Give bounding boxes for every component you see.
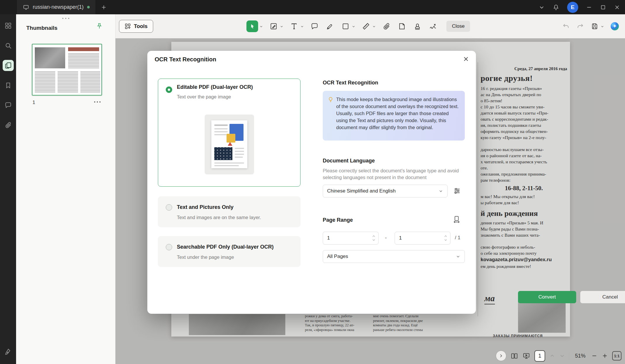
search-icon[interactable]	[3, 40, 14, 51]
convert-button[interactable]: Convert	[518, 291, 576, 303]
new-tab-button[interactable]	[101, 4, 107, 11]
undo-button[interactable]	[561, 22, 571, 31]
stamp-tool-button[interactable]	[412, 21, 422, 31]
sticker-tool-button[interactable]	[397, 21, 407, 31]
text-tool-button[interactable]	[289, 21, 299, 31]
document-tab[interactable]: russian-newspaper(1)	[17, 0, 96, 14]
bookmark-icon[interactable]	[3, 80, 14, 91]
range-from-increment[interactable]	[372, 235, 375, 238]
pin-icon[interactable]	[96, 22, 103, 30]
ai-assistant-button[interactable]	[609, 21, 620, 32]
pen-nib-icon[interactable]	[3, 346, 14, 358]
redo-button[interactable]	[576, 22, 585, 31]
option-editable-pdf[interactable]: Editable PDF (Dual-layer OCR) Text over …	[158, 79, 301, 187]
presentation-button[interactable]	[522, 352, 530, 360]
chevron-down-icon	[456, 254, 460, 259]
lightbulb-icon	[327, 96, 334, 103]
toolbar: Tools	[115, 14, 625, 38]
info-box: This mode keeps the background image and…	[323, 91, 465, 141]
range-from-input[interactable]: 1	[323, 232, 379, 245]
close-toolbar-button[interactable]: Close	[446, 21, 470, 32]
range-to-decrement[interactable]	[444, 239, 447, 242]
panel-drag-handle[interactable]	[62, 18, 69, 19]
notifications-bell-button[interactable]	[553, 4, 560, 11]
radio-selected-icon[interactable]	[166, 86, 172, 93]
select-tool-button[interactable]	[246, 20, 258, 32]
ocr-dialog: OCR Text Recognition Editable PDF (Dual-…	[147, 51, 476, 314]
page-number-input[interactable]: 1	[534, 350, 545, 362]
page-range-settings-icon[interactable]	[453, 215, 461, 223]
thumbnail-page-number: 1	[32, 100, 35, 105]
ocr-mode-illustration	[205, 115, 254, 174]
measure-tool-button[interactable]	[361, 21, 371, 31]
statusbar: 1 51% 1:1	[496, 349, 621, 363]
range-to-increment[interactable]	[444, 235, 447, 238]
language-advanced-settings-icon[interactable]	[453, 187, 461, 195]
tools-button[interactable]: Tools	[119, 20, 153, 33]
monitor-icon	[23, 4, 29, 11]
user-avatar[interactable]: E	[567, 2, 578, 13]
thumbnail-more-button[interactable]	[94, 101, 101, 103]
save-button[interactable]	[590, 22, 599, 31]
comment-tool-button[interactable]	[310, 21, 320, 31]
thumbnails-panel: Thumbnails 1	[16, 14, 115, 364]
zoom-out-button[interactable]	[591, 353, 598, 359]
save-dropdown[interactable]	[600, 25, 604, 28]
page-thumbnail[interactable]	[32, 44, 102, 96]
zoom-level[interactable]: 51%	[574, 353, 587, 359]
chevron-down-icon[interactable]	[538, 4, 545, 11]
panel-heading: OCR Text Recognition	[323, 80, 378, 86]
option-searchable-pdf[interactable]: Searchable PDF Only (Dual-layer OCR) Tex…	[158, 236, 301, 267]
page-range-label: Page Range	[323, 217, 353, 223]
page-layout-button[interactable]	[510, 352, 518, 360]
document-language-help: Please correctly select the document's l…	[323, 167, 465, 181]
attachment-tool-button[interactable]	[381, 21, 391, 31]
select-tool-dropdown[interactable]	[259, 25, 263, 28]
radio-unselected-icon[interactable]	[166, 244, 172, 250]
cursor-icon	[249, 23, 255, 30]
chevron-down-icon	[438, 189, 443, 193]
tools-grid-icon	[125, 23, 131, 30]
activity-bar	[0, 14, 16, 364]
dialog-title: OCR Text Recognition	[155, 56, 216, 63]
previous-page-button[interactable]	[549, 353, 555, 359]
radio-unselected-icon[interactable]	[166, 204, 172, 211]
minimize-button[interactable]	[586, 4, 592, 11]
ocr-settings-panel: OCR Text Recognition This mode keeps the…	[323, 51, 465, 314]
range-from-decrement[interactable]	[372, 239, 375, 242]
expand-panel-button[interactable]	[496, 351, 506, 361]
panel-title: Thumbnails	[26, 25, 58, 31]
titlebar: russian-newspaper(1) E	[0, 0, 625, 14]
maximize-button[interactable]	[600, 4, 606, 11]
attachments-icon[interactable]	[3, 119, 14, 131]
range-to-input[interactable]: 1	[395, 232, 450, 245]
zoom-in-button[interactable]	[602, 353, 608, 359]
apps-grid-icon[interactable]	[3, 20, 14, 31]
shape-tool-button[interactable]	[341, 21, 351, 31]
text-tool-dropdown[interactable]	[300, 25, 304, 28]
pages-select[interactable]: All Pages	[323, 250, 465, 263]
measure-tool-dropdown[interactable]	[372, 25, 376, 28]
edit-tool-dropdown[interactable]	[280, 25, 284, 28]
document-language-label: Document Language	[323, 158, 375, 164]
range-total: / 1	[455, 235, 460, 241]
info-text: This mode keeps the background image and…	[336, 96, 460, 131]
comments-icon[interactable]	[3, 100, 14, 111]
actual-size-button[interactable]: 1:1	[612, 351, 621, 360]
language-select[interactable]: Chinese Simplified and English	[323, 185, 448, 197]
thumbnail-photo-block	[35, 47, 65, 68]
shape-tool-dropdown[interactable]	[352, 25, 355, 28]
cancel-button[interactable]: Cancel	[580, 291, 625, 303]
tab-title: russian-newspaper(1)	[33, 4, 84, 10]
close-window-button[interactable]	[614, 4, 620, 11]
option-text-and-pictures[interactable]: Text and Pictures Only Text and images a…	[158, 196, 301, 227]
unsaved-indicator-dot	[87, 6, 90, 8]
thumbnails-panel-icon[interactable]	[3, 60, 14, 71]
signature-tool-button[interactable]	[428, 21, 438, 31]
thumbnail-masthead	[68, 47, 99, 51]
highlighter-tool-button[interactable]	[325, 21, 335, 31]
titlebar-actions: E	[538, 2, 625, 13]
range-separator: -	[385, 235, 387, 241]
edit-tool-button[interactable]	[269, 21, 279, 31]
next-page-button[interactable]	[559, 353, 565, 359]
